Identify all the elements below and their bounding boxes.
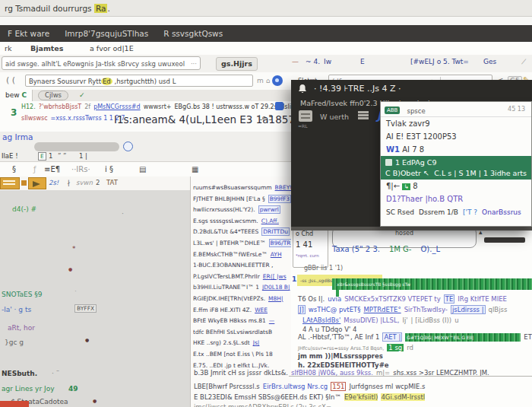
- popup-item-5[interactable]: D1?Thaer |ho.B QTR: [381, 192, 531, 205]
- quick-link[interactable]: ~ 4.: [306, 58, 320, 65]
- code-token: SMCKEx5xTSfTZK9 VTEPET ty: [344, 295, 441, 303]
- list-row[interactable]: E.tx ..BEM [not E.iss \ Pls 18: [193, 349, 296, 361]
- small-caption: gBBr iis 1 '1): [304, 265, 343, 272]
- list-row[interactable]: E.sgs ssssgssLwcsmm.C).Aff.: [193, 216, 296, 227]
- popup-item-3[interactable]: W1 AI 7 8: [381, 143, 531, 156]
- canvas-token: ●: [93, 398, 97, 403]
- bookmark-item[interactable]: rk: [5, 44, 11, 52]
- list-row[interactable]: E.ffm iF8 HE.XITI 4Z.WEE: [193, 305, 296, 316]
- popup-selected-item[interactable]: 1 EdPAg C9 C B)Obetr ↖ C.L s | S 1M | 1 …: [381, 156, 531, 180]
- toolbar-icon[interactable]: §: [12, 165, 16, 173]
- code-line: LAtABsldBs'MssuDIVE) |LLSL,Ij'| [iLidBss…: [302, 316, 462, 325]
- code-token: 2f: [84, 103, 90, 110]
- window-title: rg Tsmaduil dourrurgs: [5, 4, 94, 13]
- list-row[interactable]: FJTHET BHLBJHHN [E'La §B99fF3: [193, 194, 296, 205]
- code-line: jm mm ))|MLssrssppres: [298, 352, 386, 361]
- toolbar-icon[interactable]: ƒ: [33, 165, 36, 173]
- toolbar-icon[interactable]: ▦: [192, 165, 198, 173]
- quick-link[interactable]: E: [360, 58, 365, 65]
- quick-link[interactable]: —: [292, 58, 299, 65]
- back-button[interactable]: ( (: [6, 75, 15, 85]
- orange-square-icon[interactable]: [21, 180, 27, 186]
- list-cell-left: E.75. ..EDI .jp t elfkt L..JVk.: [193, 362, 269, 369]
- toolbar-icon[interactable]: ··IRs·: [71, 165, 90, 173]
- stack-icon[interactable]: [358, 111, 369, 121]
- code-token: AL .-Hbtsf,'TTo™, AE Inf 1: [298, 333, 379, 341]
- search-input[interactable]: Bynaers Sousurvr RyttEd ,hsrtguchtth) us…: [25, 75, 253, 87]
- list-row[interactable]: b39HIl.LiuTRANE™I™ 1JD0L18 B|: [193, 282, 296, 294]
- code-line: E BL23EDI& EmssH SBSs@6EEH.ds EKT) §In™E…: [194, 393, 428, 402]
- code-token: IRg KtlfTE MIEE: [458, 295, 507, 303]
- code-token: jsLdirsss |: [451, 305, 486, 314]
- code-token: 4Gi.sdM-lrsstl: [381, 393, 425, 401]
- popup-item-2[interactable]: AI E! E3T 1200P53: [381, 130, 531, 143]
- address-go-button[interactable]: gs.Hjjrs: [216, 57, 258, 71]
- canvas-area: d4(-) #·*●·SNOTaES §9-la' · g tsBYFFXaRt…: [0, 190, 190, 407]
- list-row[interactable]: L3L.ws' | BTEHR™DHLE™B96/TRL: [193, 238, 296, 250]
- panel-widget: 1: [49, 152, 52, 160]
- panel-widget[interactable]: E: [38, 152, 46, 161]
- selected-item-left: C B)Obetr ↖: [385, 169, 429, 177]
- blue-square-icon[interactable]: [275, 102, 283, 110]
- list-cell-left: hwIlicrxrsusss(HL'Y2).: [193, 206, 255, 213]
- list-row[interactable]: BFtE WkyEB H8kss ms.81—: [193, 316, 296, 327]
- orange-flag-icon[interactable]: [28, 177, 46, 189]
- address-row: ··· aid swsge. alhlt'L eRowgnis Ja-tlsk …: [0, 55, 532, 73]
- code-line: LBE[Bhwrf Psrcsssl.sEirBrs.uItwsg Nrs.cg…: [194, 383, 429, 391]
- list-row[interactable]: ruums#wsBsuaswrssqummBBEYWT: [193, 183, 296, 194]
- list-row[interactable]: 1-BUC.E3OBANNHLEETTER ,: [193, 260, 296, 272]
- list-row[interactable]: hwIlicrxrsusss(HL'Y2).pwrwrl: [193, 205, 296, 216]
- green-arrow-icon: ↳: [402, 183, 410, 190]
- quick-link[interactable]: [#wELJ o 5. Twt=: [410, 58, 469, 65]
- list-row[interactable]: RGIEJDK.IHE[TRh(VtEPZs.M8H|: [193, 294, 296, 305]
- popup-item-6-token: ['T ?: [463, 208, 477, 216]
- popup-item-6-token: Dssrem 1/B: [419, 208, 458, 216]
- list-cell-right: M8H|: [268, 295, 283, 302]
- list-row[interactable]: E.BEMskCTHB™fWErsLe™AYH: [193, 250, 296, 261]
- code-line: ims(liwsst mumsADRXbrwEBLs (2u 3s.sX=: [194, 403, 334, 407]
- terminal-window[interactable]: · !4.39 ⊦TRE ..Js 4 Z · MaFred/lsvek ffn…: [291, 80, 532, 231]
- drawer-icon[interactable]: [299, 110, 312, 122]
- popup-header: ABB spsce 45 13: [381, 102, 531, 117]
- list-cell-right: —: [269, 317, 275, 324]
- list-row[interactable]: tdfc BEhfHI SsLvsiwsrdlatsB: [193, 327, 296, 339]
- list-row[interactable]: HKE ..srg) 2.s.§L.sdtJs|: [193, 338, 296, 349]
- selected-item-meta: C.L s | S 1M | 1 3idhe arts: [434, 169, 527, 177]
- popup-item-6[interactable]: SC RsedDssrem 1/B['T ?OnarBssrus: [381, 205, 531, 218]
- list-row[interactable]: D.2BdL&TUt &4*TEEESDRITTDu: [193, 227, 296, 238]
- popup-item-1[interactable]: Tvlak zavr9: [381, 117, 531, 130]
- popup-item-4[interactable]: ¶|← ↳ 8: [381, 180, 531, 192]
- note-token: svwn: [76, 179, 93, 186]
- popup-item-3-label: AI 7 8: [402, 145, 424, 154]
- site-logo-icon[interactable]: [272, 75, 283, 86]
- toolbar-icon[interactable]: ▤: [139, 165, 146, 173]
- menu-item[interactable]: R ssvsgktQsws: [163, 29, 223, 38]
- quick-link[interactable]: Ges: [483, 58, 496, 65]
- quick-link[interactable]: Iw: [324, 58, 331, 65]
- code-token: b.3B Jmrit cH ss jsssr dkLts&.: [194, 369, 288, 377]
- tab-pill[interactable]: Cjlws: [38, 91, 68, 100]
- stats-card: o Chd 1 41 *rqrrt. curn: [293, 228, 328, 268]
- window-title-highlight: Ra: [94, 4, 108, 13]
- address-input[interactable]: ··· aid swsge. alhlt'L eRowgnis Ja-tlsk …: [2, 56, 201, 70]
- list-row[interactable]: P.LgsIVCTersLBMT.PhrIIrER([ |ws: [193, 272, 296, 283]
- note-token: 2: [96, 179, 100, 186]
- list-cell-left: D.2BdL&TUt &4*TEEES: [193, 228, 258, 235]
- orange-stamp-icon[interactable]: [0, 177, 20, 189]
- note-token: TAT: [106, 179, 118, 186]
- bookmark-item[interactable]: a fvor od|1E: [90, 44, 134, 52]
- quick-link[interactable]: ⟋: [521, 58, 526, 66]
- toolbar-icon[interactable]: ≡E¶: [44, 165, 60, 173]
- bookmark-item[interactable]: Bjamtes: [30, 44, 63, 52]
- panel-search-bar[interactable]: [34, 142, 119, 151]
- code-token: sIlwswsc: [21, 115, 48, 122]
- toolbar-icon[interactable]: i §: [105, 165, 113, 173]
- side-label: Le 5: [258, 114, 273, 122]
- menu-item[interactable]: F Ekt ware: [8, 29, 49, 38]
- horizontal-divider: [289, 376, 532, 377]
- code-token: JHfcu)ssvr=rss=sssy Arss.Td Bqsn,: [298, 345, 384, 351]
- home-icon[interactable]: m ⌂: [257, 77, 270, 84]
- menu-item[interactable]: Imrp8'7gsqujuSTlhas: [65, 29, 148, 38]
- target-circle-icon[interactable]: [123, 141, 133, 151]
- tab-active[interactable]: bew C: [0, 90, 33, 101]
